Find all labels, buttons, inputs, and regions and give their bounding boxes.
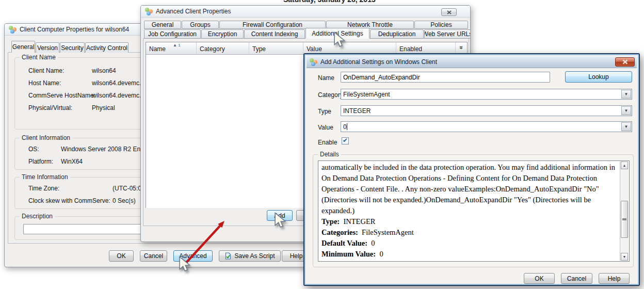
scrollbar-thumb[interactable]	[621, 201, 628, 238]
cursor-icon	[179, 256, 192, 274]
tab-deduplication[interactable]: Deduplication	[370, 29, 424, 39]
dropdown-arrow-icon[interactable]: ▼	[621, 122, 631, 131]
tab-groups[interactable]: Groups	[182, 21, 219, 29]
tab-security[interactable]: Security	[60, 42, 85, 53]
add-dialog-title: Add Additional Settings on Windows Clien…	[320, 58, 437, 66]
tab-web-server-urls[interactable]: Web Server URLs	[424, 29, 471, 39]
host-name-value: wilson64.devemc.c	[92, 79, 144, 87]
column-header-type[interactable]: Type	[249, 42, 303, 54]
tab-content-indexing[interactable]: Content Indexing	[244, 29, 305, 39]
tab-activity-control[interactable]: Activity Control	[85, 42, 128, 53]
type-label: Type	[318, 108, 331, 115]
commserve-hostname-value: wilson64.devemc.c	[92, 92, 144, 99]
client-dialog-title: Client Computer Properties for wilson64	[20, 26, 129, 33]
commserve-hostname-label: CommServe HostName:	[28, 92, 95, 99]
platform-value: WinX64	[61, 158, 83, 165]
check-icon: ✔	[343, 138, 348, 143]
clock-skew-label: Clock skew with CommServe:	[28, 197, 110, 204]
details-text: automatically be included in the data pr…	[321, 162, 619, 260]
column-header-name[interactable]: ▲ 1 Name	[146, 42, 197, 54]
cancel-button[interactable]: Cancel	[561, 273, 592, 284]
name-input[interactable]	[341, 72, 550, 83]
tab-version[interactable]: Version	[36, 42, 59, 53]
column-header-enabled[interactable]: Enabled	[396, 42, 456, 54]
lookup-button[interactable]: Lookup	[565, 71, 632, 83]
advanced-dialog-titlebar[interactable]: Advanced Client Properties	[141, 6, 470, 18]
client-information-legend: Client Information	[20, 134, 72, 141]
enable-label: Enable	[318, 139, 337, 146]
tab-general-adv[interactable]: General	[144, 21, 181, 29]
time-information-legend: Time Information	[20, 173, 70, 181]
category-value: FileSystemAgent	[343, 91, 390, 98]
details-prop-line: Minimum Value: 0	[321, 249, 619, 260]
value-label: Value	[318, 124, 333, 131]
platform-label: Platform:	[28, 158, 53, 165]
advanced-dialog-title: Advanced Client Properties	[156, 8, 231, 15]
tab-encryption[interactable]: Encryption	[201, 29, 244, 39]
dropdown-arrow-icon[interactable]: ▼	[621, 106, 631, 115]
close-icon[interactable]	[615, 57, 635, 67]
ok-button[interactable]: OK	[109, 250, 134, 262]
type-combobox[interactable]: INTEGER ▼	[341, 105, 632, 116]
physical-virtual-label: Physical/Virtual:	[28, 104, 72, 111]
app-icon	[145, 8, 153, 15]
type-value: INTEGER	[343, 107, 371, 115]
description-legend: Description	[20, 213, 55, 220]
sort-asc-icon: ▲	[173, 43, 177, 47]
host-name-label: Host Name:	[28, 79, 61, 87]
sort-indicator: ▲ 1	[173, 43, 181, 47]
os-value: Windows Server 2008 R2 Enterpr	[61, 146, 153, 153]
close-icon[interactable]	[441, 8, 457, 16]
client-name-label: Client Name:	[28, 67, 64, 74]
details-scrollbar[interactable]: ▲ ▼	[620, 162, 629, 261]
add-dialog-titlebar[interactable]: Add Additional Settings on Windows Clien…	[307, 56, 637, 68]
cancel-button[interactable]: Cancel	[140, 250, 167, 262]
column-header-value[interactable]: Value	[303, 42, 396, 54]
app-icon	[310, 58, 317, 66]
details-legend: Details	[318, 151, 341, 158]
cursor-icon	[274, 212, 287, 230]
cursor-icon	[333, 31, 347, 49]
client-name-value: wilson64	[92, 67, 116, 74]
add-additional-settings-dialog: Add Additional Settings on Windows Clien…	[303, 53, 640, 286]
scroll-down-icon[interactable]: ▼	[621, 253, 628, 261]
tab-policies[interactable]: Policies	[414, 21, 468, 29]
clock-skew-value: 0 Sec(s)	[112, 197, 136, 204]
client-name-group-legend: Client Name	[20, 54, 58, 61]
text-caret	[347, 123, 347, 130]
details-prop-line: Type: INTEGER	[321, 216, 619, 227]
physical-virtual-value: Physical	[92, 104, 115, 111]
background-date-text: Saturday, January 26, 2013	[283, 0, 376, 4]
value-combobox[interactable]: 0 ▼	[341, 121, 632, 132]
column-chooser-icon: »	[458, 46, 465, 50]
category-label: Category	[318, 91, 343, 99]
enable-checkbox[interactable]: ✔	[342, 137, 349, 145]
tab-general[interactable]: General	[11, 41, 35, 53]
category-combobox[interactable]: FileSystemAgent ▼	[341, 89, 632, 100]
column-chooser-button[interactable]: »	[456, 42, 467, 54]
os-label: OS:	[28, 146, 39, 153]
details-textarea[interactable]: automatically be included in the data pr…	[318, 160, 630, 262]
column-header-category[interactable]: Category	[197, 42, 249, 54]
details-group: Details automatically be included in the…	[313, 154, 634, 267]
dropdown-arrow-icon[interactable]: ▼	[621, 90, 631, 99]
name-label: Name	[318, 74, 334, 82]
tab-job-configuration[interactable]: Job Configuration	[144, 29, 201, 39]
scroll-up-icon[interactable]: ▲	[621, 162, 628, 169]
time-zone-label: Time Zone:	[28, 185, 59, 192]
value-value: 0	[343, 123, 347, 131]
help-button[interactable]: Help	[599, 273, 630, 284]
details-prop-line: Categories: FileSystemAgent	[321, 227, 619, 238]
save-as-script-label: Save As Script	[234, 252, 275, 260]
screen: Saturday, January 26, 2013 Client Comput…	[0, 0, 644, 289]
app-icon	[9, 26, 17, 34]
details-prop-line: Default Value: 0	[321, 238, 619, 249]
ok-button[interactable]: OK	[524, 273, 555, 284]
